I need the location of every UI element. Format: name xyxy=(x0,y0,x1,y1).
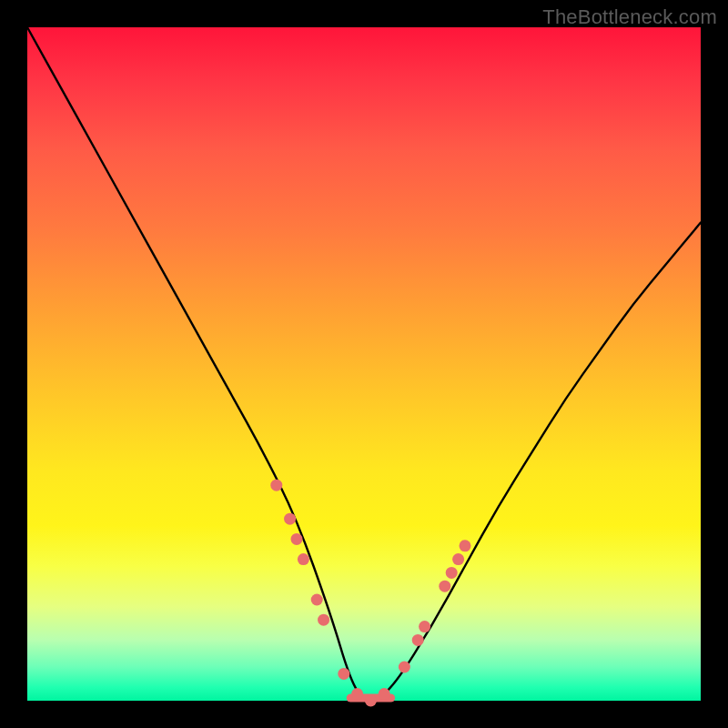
marker-dot xyxy=(318,614,329,626)
marker-dot xyxy=(379,688,390,700)
marker-dot xyxy=(270,480,282,491)
marker-dot xyxy=(298,553,309,565)
marker-dot xyxy=(399,662,410,673)
chart-frame: TheBottleneck.com xyxy=(0,0,728,728)
marker-dot xyxy=(452,553,464,565)
marker-dot xyxy=(439,581,450,592)
marker-dot xyxy=(365,695,377,707)
marker-dots xyxy=(270,480,470,707)
marker-dot xyxy=(311,594,323,606)
marker-dot xyxy=(446,567,458,579)
plot-area xyxy=(27,27,701,701)
chart-svg xyxy=(27,27,701,701)
marker-dot xyxy=(412,634,424,646)
bottleneck-curve xyxy=(27,27,701,701)
marker-dot xyxy=(460,540,471,551)
marker-dot xyxy=(351,688,363,700)
marker-dot xyxy=(284,513,296,525)
watermark-text: TheBottleneck.com xyxy=(542,5,717,29)
marker-dot xyxy=(291,533,303,545)
marker-dot xyxy=(338,668,349,680)
marker-dot xyxy=(419,621,430,632)
curve-layer xyxy=(27,27,701,701)
